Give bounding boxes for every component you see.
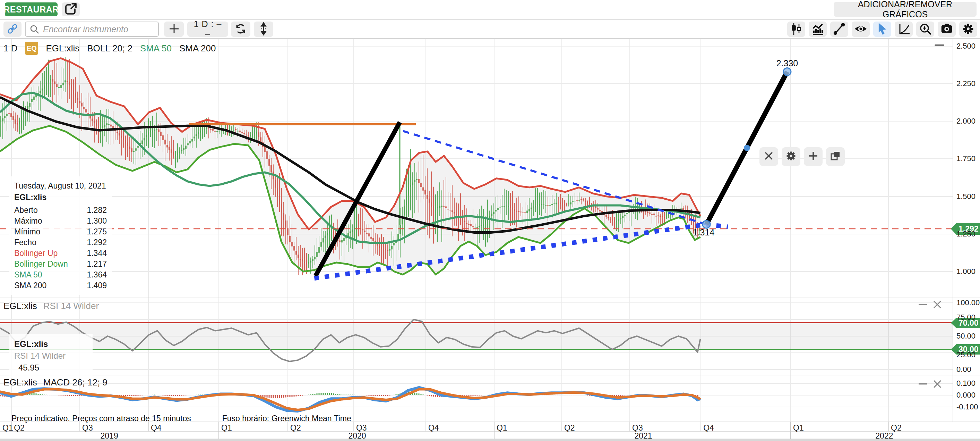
close-icon: [764, 151, 774, 163]
rsi-tick-label: 25.00: [956, 350, 975, 360]
indicators-icon: [810, 22, 825, 37]
zoom-in-icon: [918, 22, 932, 37]
external-link-icon: [63, 2, 78, 18]
camera-icon: [939, 21, 955, 37]
axis-scale-icon: [896, 22, 911, 37]
price-tick-label: 2.500: [956, 42, 975, 51]
rsi-name: RSI 14 Wilder: [43, 301, 99, 312]
quarter-label: Q4: [428, 423, 439, 433]
rsi-tick-label: 100.00: [956, 298, 980, 307]
duplicate-icon: [830, 150, 841, 163]
trendline-start-price-label: 1.314: [693, 227, 715, 237]
price-tick-label: 1.000: [956, 267, 975, 276]
collapse-icon[interactable]: [918, 380, 927, 390]
add-instrument-button[interactable]: [164, 22, 184, 37]
duplicate-drawing-button[interactable]: [826, 147, 845, 166]
tooltip-rows: Aberto1.282Máximo1.300Mínimo1.275Fecho1.…: [14, 205, 107, 291]
quarter-label: Q2: [290, 423, 301, 433]
price-tick-label: 2.250: [956, 79, 975, 88]
year-label: 2020: [348, 431, 366, 441]
tooltip-row: SMA 2001.409: [14, 280, 107, 291]
draw-trendline-button[interactable]: [830, 22, 848, 37]
search-icon: [29, 24, 40, 34]
zoom-in-button[interactable]: [916, 22, 934, 37]
plus-icon: [168, 22, 180, 36]
close-icon[interactable]: [933, 300, 942, 310]
rsi-tooltip-label: RSI 14 Wilder: [14, 351, 65, 360]
indicators-button[interactable]: [809, 22, 827, 37]
link-charts-button[interactable]: [3, 22, 22, 37]
rsi-tick-label: 75.00: [956, 313, 975, 322]
tooltip-row: Bollinger Down1.217: [14, 259, 107, 270]
add-remove-charts-button[interactable]: ADICIONAR/REMOVER GRÁFICOS: [834, 2, 977, 17]
chart-canvas[interactable]: 2.3301.3141.29270.0030.00: [0, 0, 980, 441]
collapse-icon[interactable]: [918, 300, 927, 310]
macd-tick-label: 0.000: [956, 391, 975, 399]
close-icon[interactable]: [933, 380, 942, 390]
quarter-label: Q4: [151, 423, 162, 433]
draw-line-icon: [832, 22, 846, 37]
pointer-icon: [875, 21, 890, 37]
quarter-label: Q2: [14, 423, 25, 433]
price-tick-label: 1.250: [956, 230, 975, 238]
open-external-window-button[interactable]: [62, 2, 80, 16]
rsi-tick-label: 0.00: [956, 365, 971, 374]
tooltip-date: Tuesday, August 10, 2021: [14, 181, 107, 191]
year-label: 2021: [634, 431, 652, 441]
price-tick-label: 1.750: [956, 154, 975, 163]
quarter-label: Q1: [793, 423, 804, 433]
horizontal-scrollbar[interactable]: [0, 439, 980, 441]
interval-selector-button[interactable]: 1 D : – –: [187, 22, 228, 37]
rsi-tooltip: EGL:xlis RSI 14 Wilder 45.95: [10, 334, 92, 378]
equity-badge: EQ: [25, 42, 38, 55]
legend-sma50: SMA 50: [140, 43, 172, 54]
ohlc-tooltip: Tuesday, August 10, 2021 EGL:xlis Aberto…: [10, 176, 112, 295]
macd-symbol: EGL:xlis: [3, 377, 37, 388]
quarter-label: Q1: [2, 423, 13, 433]
pointer-tool-button[interactable]: [873, 22, 891, 37]
scale-expand-button[interactable]: [254, 22, 273, 37]
macd-name: MACD 26; 12; 9: [43, 377, 108, 388]
trendline-end-price-label: 2.330: [776, 58, 798, 68]
drawing-settings-button[interactable]: [782, 147, 800, 166]
expand-vertical-icon: [257, 22, 270, 37]
restore-button[interactable]: RESTAURAR: [5, 2, 57, 16]
tooltip-row: Aberto1.282: [14, 205, 107, 216]
collapse-icon[interactable]: [934, 42, 945, 49]
link-icon: [5, 21, 20, 37]
quarter-label: Q1: [221, 423, 232, 433]
visibility-button[interactable]: [852, 22, 870, 37]
quarter-label: Q4: [703, 423, 714, 433]
legend-symbol: EGL:xlis: [46, 43, 80, 54]
sync-icon: [234, 22, 248, 37]
macd-tick-label: 0.100: [956, 379, 975, 388]
delete-drawing-button[interactable]: [759, 147, 778, 166]
snapshot-button[interactable]: [938, 22, 956, 37]
candlestick-style-icon: [789, 22, 803, 37]
instrument-search[interactable]: [25, 22, 159, 37]
rsi-panel-controls: [918, 300, 942, 310]
chart-style-button[interactable]: [787, 22, 805, 37]
drawing-handle-end[interactable]: [783, 68, 791, 76]
tooltip-row: Fecho1.292: [14, 237, 107, 248]
settings-button[interactable]: [959, 22, 977, 37]
tooltip-row: Máximo1.300: [14, 216, 107, 227]
footer-disclaimer: Preço indicativo. Preços com atraso de 1…: [11, 414, 351, 423]
rsi-panel-header: EGL:xlis RSI 14 Wilder: [3, 301, 99, 312]
tooltip-row: Mínimo1.275: [14, 227, 107, 237]
legend-boll: BOLL 20; 2: [87, 43, 132, 54]
refresh-button[interactable]: [231, 22, 250, 37]
quarter-label: Q3: [82, 423, 93, 433]
rsi-tooltip-value: 45.95: [18, 363, 39, 372]
time-axis-dividers: [11, 422, 888, 439]
rsi-tooltip-symbol: EGL:xlis: [14, 338, 88, 350]
search-input[interactable]: [42, 24, 155, 35]
rsi-symbol: EGL:xlis: [3, 301, 37, 312]
add-drawing-button[interactable]: [804, 147, 822, 166]
drawing-handle-mid[interactable]: [744, 145, 750, 151]
drawing-handle-start[interactable]: [703, 220, 710, 228]
drawing-floating-toolbar: [759, 147, 845, 166]
legend-interval: 1 D: [3, 43, 18, 54]
axis-scale-button[interactable]: [895, 22, 913, 37]
macd-tick-label: -0.100: [956, 403, 978, 411]
